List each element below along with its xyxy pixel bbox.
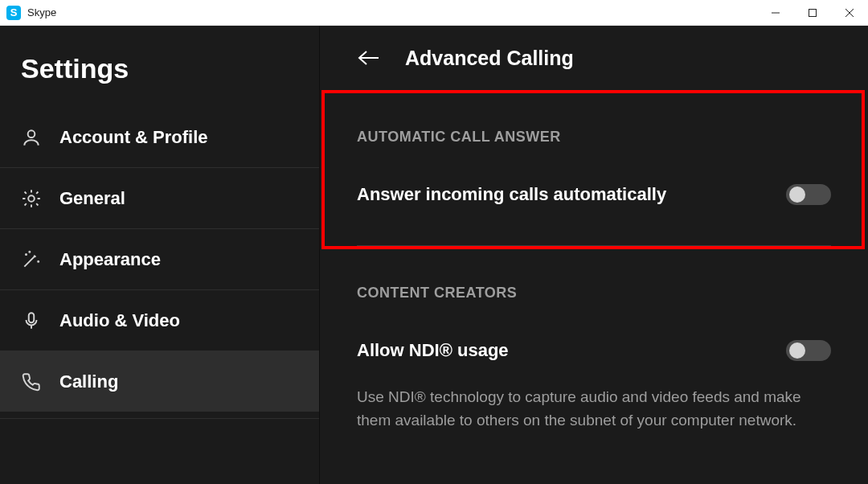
back-button[interactable] <box>357 49 381 67</box>
sidebar-overflow <box>0 412 319 419</box>
svg-point-6 <box>26 253 27 254</box>
account-icon <box>21 127 42 148</box>
sidebar-item-label: Appearance <box>59 249 161 270</box>
content-area: Advanced Calling AUTOMATIC CALL ANSWER A… <box>320 26 868 484</box>
maximize-button[interactable] <box>794 0 831 26</box>
svg-point-8 <box>38 260 39 261</box>
svg-point-7 <box>29 251 30 252</box>
sidebar-item-appearance[interactable]: Appearance <box>0 229 319 290</box>
close-icon <box>845 8 854 18</box>
sidebar-item-general[interactable]: General <box>0 168 319 229</box>
section-content-creators: CONTENT CREATORS Allow NDI® usage Use ND… <box>339 246 849 441</box>
svg-point-5 <box>28 195 35 202</box>
sidebar-item-label: Calling <box>59 371 118 392</box>
sidebar-item-calling[interactable]: Calling <box>0 351 319 412</box>
content-header: Advanced Calling <box>339 26 849 90</box>
titlebar-title: Skype <box>27 6 56 18</box>
gear-icon <box>21 188 42 209</box>
ndi-description: Use NDI® technology to capture audio and… <box>357 385 831 433</box>
sidebar-title: Settings <box>0 26 319 107</box>
minimize-button[interactable] <box>757 0 794 26</box>
row-auto-answer: Answer incoming calls automatically <box>357 184 831 205</box>
sidebar-item-label: General <box>59 188 125 209</box>
section-heading: AUTOMATIC CALL ANSWER <box>357 129 831 146</box>
svg-rect-1 <box>809 9 817 16</box>
svg-point-4 <box>28 130 35 137</box>
skype-icon: S <box>6 6 21 20</box>
settings-sidebar: Settings Account & Profile General Appea… <box>0 26 320 484</box>
app: Settings Account & Profile General Appea… <box>0 26 868 484</box>
close-button[interactable] <box>831 0 868 26</box>
window-controls <box>757 0 868 26</box>
phone-icon <box>21 371 42 392</box>
sidebar-item-label: Audio & Video <box>59 310 180 331</box>
row-ndi-usage: Allow NDI® usage <box>357 340 831 361</box>
sidebar-item-label: Account & Profile <box>59 127 208 148</box>
toggle-auto-answer[interactable] <box>786 184 831 205</box>
titlebar-left: S Skype <box>6 6 56 20</box>
sidebar-item-audio-video[interactable]: Audio & Video <box>0 290 319 351</box>
section-heading: CONTENT CREATORS <box>357 285 831 301</box>
minimize-icon <box>771 8 780 18</box>
titlebar: S Skype <box>0 0 868 26</box>
page-title: Advanced Calling <box>405 47 574 70</box>
toggle-ndi-usage[interactable] <box>786 340 831 361</box>
row-title: Answer incoming calls automatically <box>357 184 666 205</box>
back-arrow-icon <box>357 49 381 67</box>
maximize-icon <box>808 8 817 18</box>
row-title: Allow NDI® usage <box>357 340 509 361</box>
wand-icon <box>21 249 42 270</box>
section-automatic-call-answer: AUTOMATIC CALL ANSWER Answer incoming ca… <box>339 90 849 213</box>
microphone-icon <box>21 310 42 331</box>
sidebar-item-account[interactable]: Account & Profile <box>0 107 319 168</box>
svg-rect-9 <box>29 313 35 322</box>
